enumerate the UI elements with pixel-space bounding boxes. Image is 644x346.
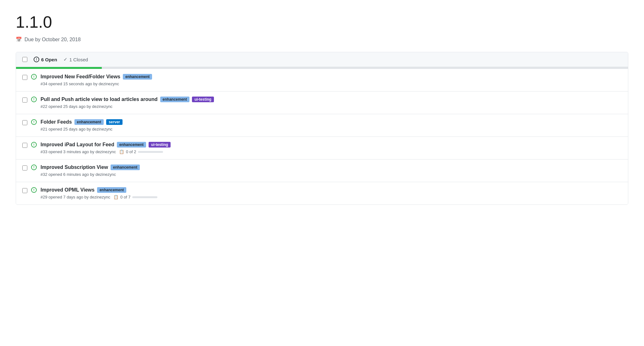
page-title: 1.1.0 [16, 13, 628, 31]
issue-meta: #22 opened 25 days ago by dezinezync [41, 104, 622, 109]
checklist-count: 0 of 7 [120, 195, 131, 199]
label-enhancement[interactable]: enhancement [160, 97, 189, 102]
issue-title-row: Improved iPad Layout for Feedenhancement… [41, 142, 622, 148]
issue-content: Improved Subscription Viewenhancement#32… [41, 165, 622, 177]
issue-meta-text: #32 opened 6 minutes ago by dezinezync [41, 172, 116, 177]
due-date-text: Due by October 20, 2018 [25, 37, 81, 42]
issue-title-row: Pull and Push article view to load artic… [41, 97, 622, 102]
issue-meta: #34 opened 15 seconds ago by dezinezync [41, 81, 622, 86]
issue-content: Pull and Push article view to load artic… [41, 97, 622, 109]
label-ui-testing[interactable]: ui-testing [192, 97, 214, 102]
checklist-icon: 📋 [113, 195, 118, 199]
issues-header: ! 6 Open ✓ 1 Closed [16, 52, 628, 67]
due-date: 📅 Due by October 20, 2018 [16, 36, 628, 42]
issue-row: !Improved New Feed/Folder Viewsenhanceme… [16, 69, 628, 92]
issue-title-row: Improved OPML Viewsenhancement [41, 187, 622, 193]
issue-checkbox[interactable] [22, 120, 27, 125]
issue-row: !Pull and Push article view to load arti… [16, 92, 628, 114]
checklist-info: 📋0 of 7 [113, 195, 158, 199]
issue-open-icon: ! [31, 119, 37, 125]
issue-title[interactable]: Pull and Push article view to load artic… [41, 97, 158, 102]
calendar-icon: 📅 [16, 36, 22, 42]
issue-meta-text: #21 opened 25 days ago by dezinezync [41, 127, 112, 131]
issue-checkbox[interactable] [22, 165, 27, 170]
closed-count: ✓ 1 Closed [63, 57, 88, 62]
label-enhancement[interactable]: enhancement [117, 142, 146, 148]
open-count: ! 6 Open [34, 57, 57, 62]
select-all-checkbox[interactable] [22, 57, 27, 62]
label-enhancement[interactable]: enhancement [111, 165, 140, 170]
issue-checkbox[interactable] [22, 143, 27, 148]
issue-row: !Improved iPad Layout for Feedenhancemen… [16, 137, 628, 159]
issue-title[interactable]: Folder Feeds [41, 119, 72, 125]
issue-open-icon: ! [31, 97, 37, 102]
issue-meta: #33 opened 3 minutes ago by dezinezync📋0… [41, 149, 622, 154]
issue-meta: #29 opened 7 days ago by dezinezync📋0 of… [41, 195, 622, 199]
issue-content: Improved iPad Layout for Feedenhancement… [41, 142, 622, 154]
issue-open-icon: ! [31, 165, 37, 170]
label-enhancement[interactable]: enhancement [74, 119, 104, 125]
issue-title-row: Improved Subscription Viewenhancement [41, 165, 622, 170]
issue-title-row: Improved New Feed/Folder Viewsenhancemen… [41, 74, 622, 80]
issue-open-icon: ! [31, 74, 37, 80]
issue-open-icon: ! [31, 142, 37, 148]
issue-meta: #32 opened 6 minutes ago by dezinezync [41, 172, 622, 177]
checklist-progress-bar [138, 151, 163, 153]
issue-meta-text: #33 opened 3 minutes ago by dezinezync [41, 149, 116, 154]
issue-checkbox[interactable] [22, 75, 27, 80]
label-ui-testing[interactable]: ui-testing [149, 142, 171, 148]
issues-list: !Improved New Feed/Folder Viewsenhanceme… [16, 69, 628, 204]
issue-content: Folder Feedsenhancementserver#21 opened … [41, 119, 622, 131]
issue-row: !Improved Subscription Viewenhancement#3… [16, 159, 628, 182]
issue-title[interactable]: Improved New Feed/Folder Views [41, 74, 120, 80]
checklist-icon: 📋 [119, 149, 124, 154]
checklist-progress-bar [132, 196, 157, 198]
label-enhancement[interactable]: enhancement [97, 187, 126, 193]
label-enhancement[interactable]: enhancement [123, 74, 152, 80]
issue-open-icon: ! [31, 187, 37, 193]
closed-count-label: 1 Closed [69, 57, 88, 62]
issue-row: !Folder Feedsenhancementserver#21 opened… [16, 114, 628, 137]
open-circle-icon: ! [34, 57, 39, 62]
open-count-label: 6 Open [41, 57, 57, 62]
issue-checkbox[interactable] [22, 98, 27, 103]
issue-title[interactable]: Improved Subscription View [41, 165, 108, 170]
check-icon: ✓ [63, 57, 68, 62]
issue-title-row: Folder Feedsenhancementserver [41, 119, 622, 125]
issue-row: !Improved OPML Viewsenhancement#29 opene… [16, 182, 628, 204]
issues-container: ! 6 Open ✓ 1 Closed !Improved New Feed/F… [16, 52, 628, 205]
issue-meta-text: #29 opened 7 days ago by dezinezync [41, 195, 110, 199]
issue-title[interactable]: Improved iPad Layout for Feed [41, 142, 114, 148]
issue-meta-text: #22 opened 25 days ago by dezinezync [41, 104, 112, 109]
issue-checkbox[interactable] [22, 188, 27, 193]
issue-content: Improved OPML Viewsenhancement#29 opened… [41, 187, 622, 199]
checklist-info: 📋0 of 2 [119, 149, 163, 154]
label-server[interactable]: server [106, 119, 123, 125]
issue-meta: #21 opened 25 days ago by dezinezync [41, 127, 622, 131]
issue-title[interactable]: Improved OPML Views [41, 187, 95, 193]
issue-meta-text: #34 opened 15 seconds ago by dezinezync [41, 81, 119, 86]
checklist-count: 0 of 2 [126, 149, 136, 154]
issue-content: Improved New Feed/Folder Viewsenhancemen… [41, 74, 622, 86]
